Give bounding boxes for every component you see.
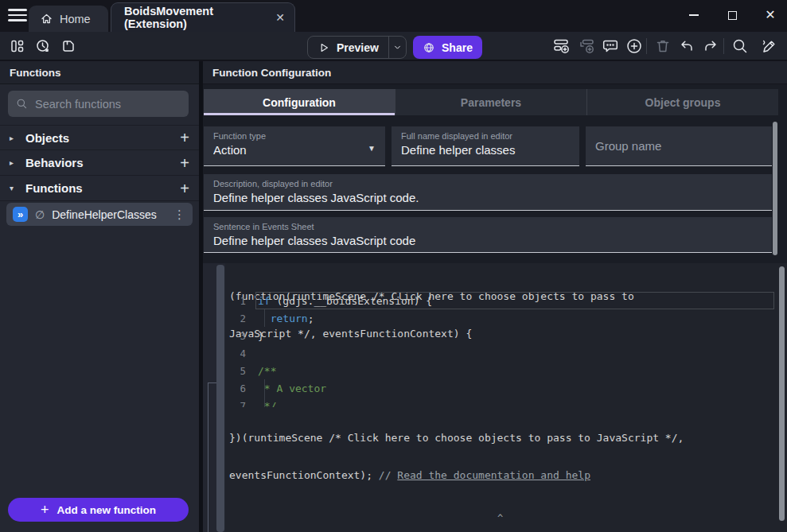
window-close-button[interactable]: ✕ bbox=[760, 5, 781, 25]
version-history-icon[interactable] bbox=[35, 38, 51, 54]
function-icon: » bbox=[13, 207, 28, 222]
minimize-icon bbox=[689, 14, 699, 16]
configuration-scrollbar[interactable] bbox=[773, 122, 777, 255]
delete-icon[interactable] bbox=[654, 37, 672, 55]
full-name-value: Define helper classes bbox=[401, 143, 570, 157]
footer-code-text: eventsFunctionContext); bbox=[229, 469, 379, 481]
footer-comment-prefix: // bbox=[379, 469, 397, 481]
sidebar-title: Functions bbox=[0, 61, 199, 84]
search-functions-input[interactable] bbox=[35, 98, 181, 111]
add-behavior-button[interactable]: + bbox=[180, 155, 189, 171]
tab-project[interactable]: BoidsMovement (Extension) ✕ bbox=[111, 2, 295, 32]
preview-dropdown-button[interactable] bbox=[388, 37, 406, 58]
function-type-value: Action bbox=[213, 143, 376, 157]
line-number: 6 bbox=[225, 382, 246, 394]
tree-section-behaviors[interactable]: ▸ Behaviors + bbox=[0, 150, 199, 176]
description-field[interactable]: Description, displayed in editor Define … bbox=[204, 174, 772, 211]
sidebar-title-label: Functions bbox=[10, 67, 61, 79]
code-footer-line: })(runtimeScene /* Click here to choose … bbox=[229, 432, 774, 445]
tab-configuration[interactable]: Configuration bbox=[204, 89, 395, 115]
code-editor-scrollbar[interactable] bbox=[779, 266, 785, 521]
code-text: * A vector bbox=[258, 382, 326, 394]
preview-button[interactable]: Preview bbox=[307, 36, 407, 59]
add-comment-icon[interactable] bbox=[602, 37, 619, 55]
tab-label: Object groups bbox=[645, 96, 721, 109]
tab-label: Parameters bbox=[461, 96, 521, 109]
search-icon[interactable] bbox=[731, 37, 749, 55]
full-name-field[interactable]: Full name displayed in editor Define hel… bbox=[392, 126, 579, 166]
tree-section-label: Functions bbox=[25, 181, 83, 195]
preview-label: Preview bbox=[337, 41, 379, 54]
events-sheet-scrollbar[interactable] bbox=[216, 265, 224, 532]
code-line-6[interactable]: 6 * A vector bbox=[225, 379, 787, 397]
save-icon[interactable] bbox=[60, 38, 76, 54]
window-maximize-button[interactable] bbox=[722, 5, 742, 25]
code-line-2[interactable]: 2 return; bbox=[225, 309, 787, 327]
add-other-event-icon[interactable] bbox=[625, 37, 643, 55]
code-text: } bbox=[258, 330, 264, 342]
undo-icon[interactable] bbox=[678, 37, 695, 55]
code-line-4[interactable]: 4 bbox=[225, 344, 787, 362]
play-icon bbox=[318, 41, 330, 54]
chevron-down-icon bbox=[392, 42, 403, 52]
indent-guide bbox=[264, 379, 265, 397]
chevron-down-icon: ▾ bbox=[10, 184, 18, 192]
event-selection-bracket bbox=[208, 382, 216, 532]
open-editors-panel-icon[interactable] bbox=[10, 38, 25, 54]
group-name-input[interactable] bbox=[595, 139, 762, 153]
tab-home[interactable]: Home bbox=[29, 6, 108, 32]
line-number: 5 bbox=[225, 365, 246, 377]
main-title: Function Configuration bbox=[203, 61, 787, 84]
function-type-label: Function type bbox=[213, 131, 376, 141]
function-type-field[interactable]: Function type Action ▼ bbox=[204, 126, 385, 166]
function-configuration-panel: Function Configuration Configuration Par… bbox=[203, 61, 787, 532]
gdevelop-window: Home BoidsMovement (Extension) ✕ ✕ Previ… bbox=[0, 0, 787, 532]
code-line-3[interactable]: 3} bbox=[225, 327, 787, 344]
search-functions-box[interactable] bbox=[8, 91, 189, 117]
function-item-selected[interactable]: » ∅ DefineHelperClasses ⋮ bbox=[6, 203, 193, 226]
sentence-value: Define helper classes JavaScript code bbox=[213, 234, 762, 247]
full-name-label: Full name displayed in editor bbox=[401, 131, 570, 141]
sentence-label: Sentence in Events Sheet bbox=[213, 222, 762, 231]
edit-extension-icon[interactable] bbox=[761, 37, 778, 55]
code-line-5[interactable]: 5/** bbox=[225, 362, 787, 379]
redo-icon[interactable] bbox=[702, 37, 719, 55]
description-value: Define helper classes JavaScript code. bbox=[213, 191, 762, 204]
toolbar-separator bbox=[723, 38, 724, 54]
tree-section-functions[interactable]: ▾ Functions + bbox=[0, 176, 199, 201]
configuration-tabs: Configuration Parameters Object groups bbox=[204, 89, 778, 115]
tab-parameters[interactable]: Parameters bbox=[395, 89, 586, 115]
add-object-button[interactable]: + bbox=[180, 130, 189, 146]
tree-section-objects[interactable]: ▸ Objects + bbox=[0, 125, 199, 150]
documentation-link[interactable]: Read the documentation and help bbox=[397, 469, 590, 481]
plus-icon: + bbox=[41, 502, 49, 518]
code-line-1[interactable]: 1if (gdjs.__boidsExtension) { bbox=[225, 292, 787, 309]
javascript-code-editor[interactable]: (function(runtimeScene /* Click here to … bbox=[225, 263, 787, 532]
sentence-field[interactable]: Sentence in Events Sheet Define helper c… bbox=[204, 217, 772, 253]
code-editor-region: (function(runtimeScene /* Click here to … bbox=[203, 263, 787, 532]
add-event-icon[interactable] bbox=[553, 37, 571, 55]
tab-object-groups[interactable]: Object groups bbox=[586, 89, 778, 115]
add-new-function-label: Add a new function bbox=[57, 504, 157, 516]
share-button[interactable]: Share bbox=[413, 36, 482, 59]
home-icon bbox=[40, 12, 53, 25]
window-minimize-button[interactable] bbox=[684, 5, 704, 25]
line-number: 1 bbox=[225, 295, 246, 307]
add-new-function-button[interactable]: + Add a new function bbox=[8, 498, 189, 522]
tab-label: Configuration bbox=[263, 96, 336, 109]
tab-close-icon[interactable]: ✕ bbox=[275, 11, 285, 24]
line-number: 2 bbox=[225, 313, 246, 324]
tab-project-label: BoidsMovement (Extension) bbox=[124, 5, 267, 30]
toolbar-separator bbox=[646, 38, 647, 54]
code-footer: })(runtimeScene /* Click here to choose … bbox=[229, 407, 774, 506]
add-function-plus-button[interactable]: + bbox=[180, 181, 189, 196]
code-text: return; bbox=[258, 313, 314, 324]
code-text: if (gdjs.__boidsExtension) { bbox=[258, 295, 432, 307]
function-overflow-menu[interactable]: ⋮ bbox=[173, 208, 186, 222]
main-menu-icon[interactable] bbox=[8, 9, 27, 23]
add-subevent-icon[interactable] bbox=[579, 37, 596, 55]
dropdown-caret-icon[interactable]: ▼ bbox=[368, 144, 376, 153]
functions-sidebar: Functions ▸ Objects + ▸ Behaviors + ▾ Fu… bbox=[0, 61, 199, 532]
private-function-icon: ∅ bbox=[35, 208, 45, 221]
group-name-field[interactable] bbox=[586, 126, 772, 166]
